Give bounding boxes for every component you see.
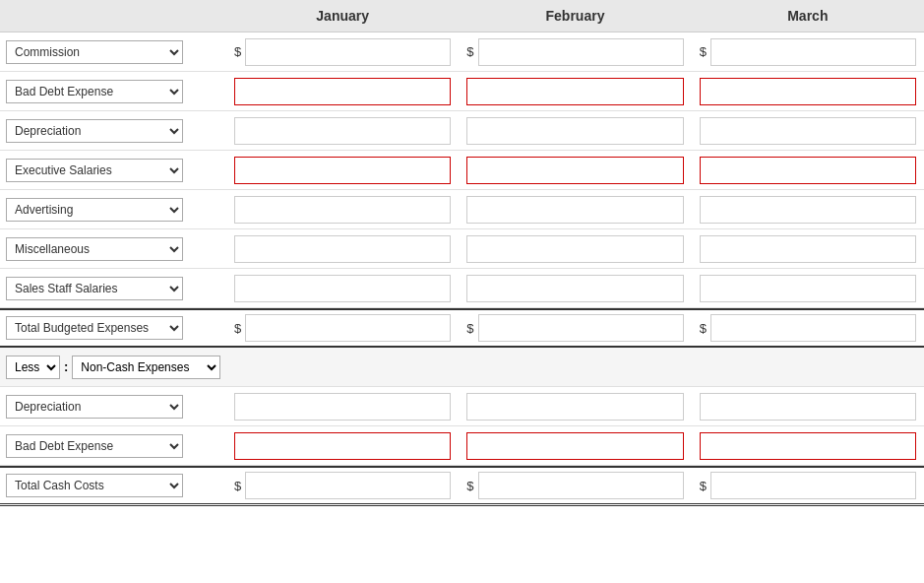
row-miscellaneous: Miscellaneous	[0, 229, 924, 269]
input-commission-feb[interactable]	[478, 38, 684, 66]
select-bad-debt[interactable]: Bad Debt Expense	[6, 80, 183, 103]
input-dep2-mar[interactable]	[700, 393, 916, 421]
select-less[interactable]: Less	[6, 356, 60, 379]
value-total-budgeted-mar: $	[692, 310, 924, 346]
header-label-col	[0, 8, 226, 24]
input-exec-mar[interactable]	[700, 157, 916, 184]
input-bad-debt-mar[interactable]	[700, 78, 916, 105]
select-advertising[interactable]: Advertising	[6, 198, 183, 222]
input-bd2-mar[interactable]	[700, 432, 916, 460]
value-dep2-jan	[226, 389, 459, 424]
dollar-commission-mar: $	[700, 44, 707, 59]
value-sales-feb	[459, 271, 691, 306]
label-executive-salaries: Executive Salaries	[0, 155, 226, 186]
input-bd2-jan[interactable]	[234, 432, 451, 460]
label-miscellaneous: Miscellaneous	[0, 233, 226, 265]
input-bd2-feb[interactable]	[466, 432, 683, 460]
row-advertising: Advertising	[0, 190, 924, 229]
input-dep2-feb[interactable]	[466, 393, 683, 421]
value-commission-feb: $	[459, 34, 691, 70]
input-total-cash-feb[interactable]	[478, 472, 684, 499]
header-march: March	[692, 8, 924, 24]
input-commission-mar[interactable]	[710, 38, 916, 66]
input-depreciation-feb[interactable]	[466, 117, 683, 145]
select-depreciation[interactable]: Depreciation	[6, 119, 183, 143]
dollar-total-cash-mar: $	[700, 479, 707, 493]
value-bad-debt-jan	[226, 74, 459, 109]
input-exec-jan[interactable]	[234, 157, 451, 184]
value-depreciation-feb	[459, 113, 691, 149]
value-sales-jan	[226, 271, 459, 306]
input-total-cash-mar[interactable]	[710, 472, 916, 499]
input-adv-mar[interactable]	[700, 196, 916, 224]
value-misc-jan	[226, 231, 459, 267]
select-sales-staff[interactable]: Sales Staff Salaries	[6, 277, 183, 300]
row-total-budgeted: Total Budgeted Expenses $ $ $	[0, 308, 924, 348]
row-commission: Commission $ $ $	[0, 32, 924, 72]
input-total-budgeted-jan[interactable]	[245, 314, 451, 342]
label-bad-debt2: Bad Debt Expense	[0, 430, 226, 462]
input-sales-mar[interactable]	[700, 275, 916, 302]
input-exec-feb[interactable]	[466, 157, 683, 184]
select-miscellaneous[interactable]: Miscellaneous	[6, 237, 183, 261]
input-total-cash-jan[interactable]	[245, 472, 451, 499]
value-dep2-feb	[459, 389, 691, 424]
select-bad-debt2[interactable]: Bad Debt Expense	[6, 434, 183, 458]
input-bad-debt-jan[interactable]	[234, 78, 451, 105]
row-bad-debt: Bad Debt Expense	[0, 72, 924, 111]
dollar-total-mar: $	[700, 321, 707, 336]
value-bad-debt-feb	[459, 74, 691, 109]
label-depreciation2: Depreciation	[0, 391, 226, 422]
input-depreciation-mar[interactable]	[700, 117, 916, 145]
less-empty-feb	[459, 363, 691, 371]
input-total-budgeted-feb[interactable]	[478, 314, 684, 342]
dollar-commission-feb: $	[466, 44, 473, 59]
label-total-budgeted: Total Budgeted Expenses	[0, 312, 226, 344]
spreadsheet: January February March Commission $ $ $ …	[0, 0, 924, 506]
row-less: Less : Non-Cash Expenses	[0, 348, 924, 387]
label-advertising: Advertising	[0, 194, 226, 226]
dollar-total-cash-jan: $	[234, 479, 241, 493]
input-commission-jan[interactable]	[245, 38, 451, 66]
value-total-budgeted-jan: $	[226, 310, 459, 346]
input-sales-jan[interactable]	[234, 275, 451, 302]
input-dep2-jan[interactable]	[234, 393, 451, 421]
label-bad-debt: Bad Debt Expense	[0, 76, 226, 107]
select-commission[interactable]: Commission	[6, 40, 183, 64]
input-misc-feb[interactable]	[466, 235, 683, 263]
value-depreciation-mar	[692, 113, 924, 149]
input-misc-mar[interactable]	[700, 235, 916, 263]
row-total-cash: Total Cash Costs $ $ $	[0, 466, 924, 506]
value-depreciation-jan	[226, 113, 459, 149]
input-adv-feb[interactable]	[466, 196, 683, 224]
value-bad-debt-mar	[692, 74, 924, 109]
value-exec-mar	[692, 153, 924, 188]
dollar-total-cash-feb: $	[466, 479, 473, 493]
select-total-budgeted[interactable]: Total Budgeted Expenses	[6, 316, 183, 340]
value-misc-feb	[459, 231, 691, 267]
value-bd2-jan	[226, 428, 459, 464]
input-misc-jan[interactable]	[234, 235, 451, 263]
select-executive-salaries[interactable]: Executive Salaries	[6, 159, 183, 182]
input-total-budgeted-mar[interactable]	[710, 314, 916, 342]
select-depreciation2[interactable]: Depreciation	[6, 395, 183, 419]
colon: :	[64, 359, 68, 374]
row-bad-debt2: Bad Debt Expense	[0, 426, 924, 466]
select-total-cash[interactable]: Total Cash Costs	[6, 474, 183, 497]
less-empty-jan	[226, 363, 459, 371]
input-sales-feb[interactable]	[466, 275, 683, 302]
input-depreciation-jan[interactable]	[234, 117, 451, 145]
label-total-cash: Total Cash Costs	[0, 470, 226, 501]
input-bad-debt-feb[interactable]	[466, 78, 683, 105]
value-adv-jan	[226, 192, 459, 227]
value-sales-mar	[692, 271, 924, 306]
row-sales-staff: Sales Staff Salaries	[0, 269, 924, 308]
value-commission-jan: $	[226, 34, 459, 70]
value-total-cash-jan: $	[226, 468, 459, 503]
dollar-commission-jan: $	[234, 44, 241, 59]
header-february: February	[459, 8, 691, 24]
label-sales-staff: Sales Staff Salaries	[0, 273, 226, 304]
select-noncash[interactable]: Non-Cash Expenses	[72, 356, 220, 379]
input-adv-jan[interactable]	[234, 196, 451, 224]
value-bd2-feb	[459, 428, 691, 464]
